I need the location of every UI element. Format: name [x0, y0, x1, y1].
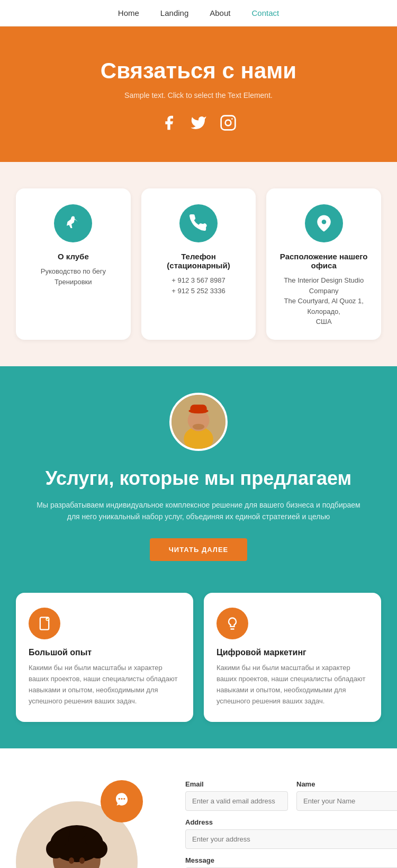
- hero-section: Связаться с нами Sample text. Click to s…: [0, 26, 397, 162]
- email-label: Email: [185, 780, 288, 788]
- email-group: Email: [185, 780, 288, 811]
- navigation: Home Landing About Contact: [0, 0, 397, 26]
- address-input[interactable]: [185, 829, 397, 849]
- nav-home[interactable]: Home: [118, 8, 139, 17]
- card-club-title: О клубе: [26, 252, 120, 261]
- nav-about[interactable]: About: [210, 8, 230, 17]
- name-input[interactable]: [296, 791, 397, 811]
- contact-form: Email Name Address Message ПРЕДСТАВЛЯТЬ …: [185, 780, 397, 868]
- svg-point-15: [121, 798, 122, 799]
- service-experience-title: Большой опыт: [29, 648, 181, 657]
- svg-point-4: [321, 220, 326, 224]
- svg-point-24: [85, 830, 101, 846]
- svg-point-14: [119, 798, 120, 799]
- service-experience-text: Какими бы ни были масштабы и характер ва…: [29, 663, 181, 707]
- nav-contact[interactable]: Contact: [251, 8, 279, 17]
- service-card-marketing: Цифровой маркетинг Какими бы ни были мас…: [204, 593, 381, 721]
- contact-form-section: Email Name Address Message ПРЕДСТАВЛЯТЬ …: [0, 748, 397, 868]
- mobile-icon: [29, 608, 60, 639]
- address-label: Address: [185, 818, 397, 826]
- service-marketing-text: Какими бы ни были масштабы и характер ва…: [216, 663, 368, 707]
- card-club-text: Руководство по бегуТренировки: [26, 266, 120, 287]
- name-group: Name: [296, 780, 397, 811]
- contact-phone-icon: [101, 780, 143, 822]
- hero-title: Связаться с нами: [21, 58, 376, 84]
- svg-point-10: [193, 423, 204, 429]
- message-label: Message: [185, 856, 397, 864]
- email-input[interactable]: [185, 791, 288, 811]
- svg-point-26: [69, 857, 74, 864]
- lightbulb-icon: [216, 608, 248, 639]
- phone-icon: [179, 204, 218, 242]
- nav-landing[interactable]: Landing: [160, 8, 188, 17]
- facebook-icon[interactable]: [160, 114, 177, 135]
- info-cards-section: О клубе Руководство по бегуТренировки Те…: [0, 162, 397, 366]
- service-marketing-title: Цифровой маркетинг: [216, 648, 368, 657]
- message-group: Message: [185, 856, 397, 868]
- form-row-email-name: Email Name: [185, 780, 397, 811]
- instagram-icon[interactable]: [220, 114, 237, 135]
- card-location: Расположение нашего офиса The Interior D…: [266, 188, 381, 340]
- svg-rect-0: [221, 116, 236, 130]
- svg-rect-9: [190, 404, 207, 412]
- services-hero-section: Услуги, которые мы предлагаем Мы разраба…: [0, 366, 397, 593]
- twitter-icon[interactable]: [190, 114, 207, 135]
- service-cards-section: Большой опыт Какими бы ни были масштабы …: [0, 593, 397, 748]
- card-location-title: Расположение нашего офиса: [277, 252, 371, 270]
- running-icon: [54, 204, 92, 242]
- card-location-text: The Interior Design Studio CompanyThe Co…: [277, 275, 371, 327]
- location-icon: [305, 204, 343, 242]
- svg-point-25: [69, 827, 84, 842]
- address-group: Address: [185, 818, 397, 849]
- read-more-button[interactable]: ЧИТАТЬ ДАЛЕЕ: [150, 538, 248, 561]
- hero-subtitle[interactable]: Sample text. Click to select the Text El…: [21, 91, 376, 100]
- social-icons: [21, 114, 376, 135]
- service-card-experience: Большой опыт Какими бы ни были масштабы …: [16, 593, 193, 721]
- services-description: Мы разрабатываем индивидуальное комплекс…: [32, 499, 365, 523]
- card-phone-numbers: + 912 3 567 8987+ 912 5 252 3336: [152, 275, 246, 296]
- card-phone-title: Телефон (стационарный): [152, 252, 246, 270]
- svg-point-23: [53, 830, 69, 846]
- svg-point-1: [225, 120, 231, 126]
- svg-point-16: [123, 798, 125, 799]
- person-avatar: [169, 393, 228, 451]
- card-club: О клубе Руководство по бегуТренировки: [16, 188, 131, 340]
- card-phone: Телефон (стационарный) + 912 3 567 8987+…: [141, 188, 256, 340]
- name-label: Name: [296, 780, 397, 788]
- services-title: Услуги, которые мы предлагаем: [32, 467, 365, 490]
- svg-point-27: [79, 857, 85, 864]
- svg-point-2: [231, 118, 233, 120]
- contact-left-panel: [16, 780, 164, 868]
